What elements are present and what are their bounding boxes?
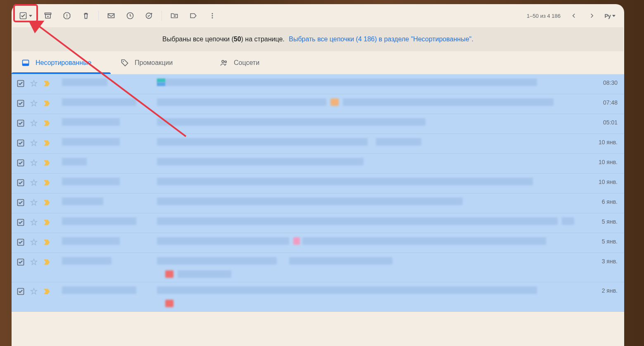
caret-down-icon [612, 15, 615, 17]
row-checkbox[interactable] [17, 218, 25, 227]
star-icon [30, 258, 38, 266]
subject-cell [157, 118, 580, 126]
marker-icon [43, 259, 51, 265]
row-checkbox[interactable] [17, 159, 25, 167]
mail-row[interactable]: 5 янв. [12, 213, 624, 233]
subject-cell [157, 217, 580, 225]
importance-marker[interactable] [43, 259, 51, 265]
checkbox-checked-icon [17, 159, 25, 167]
star-button[interactable] [30, 159, 38, 167]
envelope-icon [107, 12, 115, 20]
star-icon [30, 238, 38, 246]
star-button[interactable] [30, 179, 38, 187]
star-icon [30, 218, 38, 227]
row-checkbox[interactable] [17, 258, 25, 266]
star-icon [30, 79, 38, 88]
tab-social[interactable]: Соцсети [210, 51, 309, 74]
star-button[interactable] [30, 139, 38, 147]
star-button[interactable] [30, 198, 38, 207]
svg-point-7 [67, 17, 67, 17]
pager-next-button[interactable] [584, 7, 600, 24]
star-icon [30, 99, 38, 107]
row-checkbox[interactable] [17, 238, 25, 246]
star-button[interactable] [30, 99, 38, 107]
star-button[interactable] [30, 79, 38, 88]
star-icon [30, 159, 38, 167]
row-checkbox[interactable] [17, 198, 25, 207]
tag-icon [121, 59, 129, 67]
mail-list: 08:30 07:48 05:01 10 янв. [12, 74, 624, 312]
importance-marker[interactable] [43, 199, 51, 206]
star-button[interactable] [30, 287, 38, 296]
mail-row[interactable]: 5 янв. [12, 233, 624, 253]
mail-row[interactable]: 2 янв. [12, 282, 624, 312]
snooze-button[interactable] [122, 7, 138, 24]
add-task-button[interactable] [141, 7, 157, 24]
people-icon [220, 59, 228, 67]
delete-button[interactable] [78, 7, 94, 24]
spam-button[interactable] [59, 7, 75, 24]
sender-cell [62, 237, 157, 245]
svg-point-13 [212, 17, 213, 19]
row-checkbox[interactable] [17, 79, 25, 88]
svg-point-18 [225, 61, 226, 62]
mail-row[interactable]: 10 янв. [12, 134, 624, 154]
mark-unread-button[interactable] [103, 7, 119, 24]
move-to-button[interactable] [166, 7, 183, 24]
subject-cell [157, 257, 580, 278]
mail-row[interactable]: 05:01 [12, 114, 624, 134]
importance-marker[interactable] [43, 120, 51, 126]
star-icon [30, 179, 38, 187]
checkbox-checked-icon [19, 12, 27, 20]
importance-marker[interactable] [43, 288, 51, 295]
importance-marker[interactable] [43, 179, 51, 186]
sender-cell [62, 257, 157, 265]
mail-row[interactable]: 08:30 [12, 74, 624, 94]
toolbar: 1–50 из 4 186 Рy [12, 4, 624, 27]
tab-promotions[interactable]: Промоакции [111, 51, 210, 74]
select-all-dropdown[interactable] [17, 10, 34, 21]
select-all-link[interactable]: Выбрать все цепочки (4 186) в разделе "Н… [289, 36, 473, 43]
banner-text-b: ) на странице. [241, 36, 285, 43]
labels-button[interactable] [185, 7, 202, 24]
svg-point-17 [222, 60, 224, 62]
star-button[interactable] [30, 218, 38, 227]
marker-icon [43, 80, 51, 87]
tab-primary[interactable]: Несортированные [12, 51, 111, 74]
mail-row[interactable]: 3 янв. [12, 253, 624, 282]
importance-marker[interactable] [43, 160, 51, 166]
row-checkbox[interactable] [17, 139, 25, 147]
sender-cell [62, 138, 157, 146]
star-icon [30, 198, 38, 207]
mail-row[interactable]: 10 янв. [12, 174, 624, 193]
importance-marker[interactable] [43, 100, 51, 107]
label-icon [189, 12, 197, 20]
input-lang-button[interactable]: Рy [602, 7, 618, 24]
star-button[interactable] [30, 258, 38, 266]
row-checkbox[interactable] [17, 99, 25, 107]
sender-cell [62, 79, 157, 86]
sender-cell [62, 217, 157, 225]
marker-icon [43, 199, 51, 206]
checkbox-checked-icon [17, 287, 25, 296]
mail-row[interactable]: 07:48 [12, 94, 624, 114]
importance-marker[interactable] [43, 219, 51, 226]
archive-button[interactable] [40, 7, 56, 24]
row-checkbox[interactable] [17, 119, 25, 127]
sender-cell [62, 158, 157, 165]
more-button[interactable] [204, 7, 221, 24]
caret-down-icon [29, 15, 32, 17]
row-checkbox[interactable] [17, 287, 25, 296]
row-checkbox[interactable] [17, 179, 25, 187]
svg-point-16 [123, 61, 124, 62]
mail-row[interactable]: 10 янв. [12, 154, 624, 174]
mail-row[interactable]: 6 янв. [12, 193, 624, 213]
star-button[interactable] [30, 119, 38, 127]
star-button[interactable] [30, 238, 38, 246]
chevron-right-icon [588, 12, 596, 19]
importance-marker[interactable] [43, 239, 51, 246]
importance-marker[interactable] [43, 80, 51, 87]
importance-marker[interactable] [43, 140, 51, 146]
pager-prev-button[interactable] [566, 7, 582, 24]
inbox-icon [21, 59, 30, 67]
